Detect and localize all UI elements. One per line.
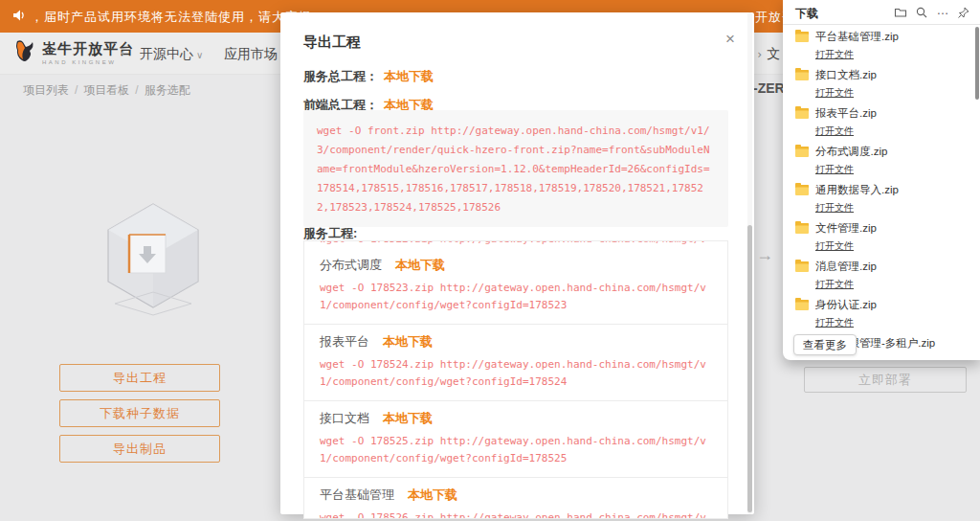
download-item: 消息管理.zip打开文件 xyxy=(783,256,980,294)
chevron-right-icon: › xyxy=(756,48,763,61)
search-icon[interactable] xyxy=(915,6,928,19)
breadcrumb-projects[interactable]: 项目列表 xyxy=(23,83,69,97)
zip-folder-icon xyxy=(795,300,809,310)
downloads-list: 平台基础管理.zip打开文件 接口文档.zip打开文件 报表平台.zip打开文件… xyxy=(783,26,980,356)
service-wget-code: wget -O 178526.zip http://gateway.open.h… xyxy=(320,510,712,519)
clipped-code-line: wget -O 178522.zip http://gateway.open.h… xyxy=(304,241,727,248)
download-item: 通用数据导入.zip打开文件 xyxy=(783,179,980,217)
download-filename[interactable]: 通用数据导入.zip xyxy=(815,183,969,197)
see-more-button[interactable]: 查看更多 xyxy=(793,334,857,355)
chevron-down-icon: ∨ xyxy=(196,50,203,60)
zip-folder-icon xyxy=(795,32,809,42)
nav-item-opensource[interactable]: 开源中心∨ xyxy=(140,46,203,63)
export-project-button[interactable]: 导出工程 xyxy=(59,364,220,392)
download-item: 身份认证.zip打开文件 xyxy=(783,294,980,332)
breadcrumb-service-select: 服务选配 xyxy=(145,83,190,97)
service-section-api-doc: 接口文档本地下载 wget -O 178525.zip http://gatew… xyxy=(304,401,727,478)
modal-scrollbar-thumb[interactable] xyxy=(747,225,752,512)
export-project-modal: 导出工程 × 服务总工程：本地下载 前端总工程：本地下载 wget -O fro… xyxy=(280,12,754,514)
download-item: 平台基础管理.zip打开文件 xyxy=(783,26,980,64)
download-item: 文件管理.zip打开文件 xyxy=(783,217,980,256)
zip-folder-icon xyxy=(795,185,809,195)
service-wget-code: wget -O 178524.zip http://gateway.open.h… xyxy=(320,356,712,391)
download-filename[interactable]: 接口文档.zip xyxy=(815,68,969,82)
downloads-title: 下载 xyxy=(795,6,818,22)
server-project-row: 服务总工程：本地下载 xyxy=(303,68,434,85)
open-file-link[interactable]: 打开文件 xyxy=(815,201,854,215)
service-name: 平台基础管理 xyxy=(320,487,394,502)
download-item: 分布式调度.zip打开文件 xyxy=(783,141,980,179)
local-download-link[interactable]: 本地下载 xyxy=(383,411,433,425)
modal-title: 导出工程 xyxy=(303,34,361,52)
service-section-scheduler: 分布式调度本地下载 wget -O 178523.zip http://gate… xyxy=(304,248,727,325)
folder-icon[interactable] xyxy=(894,6,907,19)
bull-logo-icon xyxy=(13,38,36,67)
nav-item-docs-fragment[interactable]: › 文 xyxy=(756,46,780,63)
service-wget-code: wget -O 178523.zip http://gateway.open.h… xyxy=(320,280,712,314)
close-icon[interactable]: × xyxy=(725,30,735,49)
export-illustration xyxy=(91,196,215,325)
brand-subtitle: HAND KINGNEW xyxy=(42,59,134,65)
service-name: 报表平台 xyxy=(320,334,369,349)
announcement-text: ，届时产品试用环境将无法登陆使用，请大家提 xyxy=(31,9,312,26)
service-wget-code: wget -O 178525.zip http://gateway.open.h… xyxy=(320,433,712,467)
download-filename[interactable]: 消息管理.zip xyxy=(815,260,969,274)
open-file-link[interactable]: 打开文件 xyxy=(815,316,854,329)
download-item: 接口文档.zip打开文件 xyxy=(783,64,980,102)
breadcrumb-board[interactable]: 项目看板 xyxy=(83,83,129,97)
open-file-link[interactable]: 打开文件 xyxy=(815,278,854,291)
service-section-report: 报表平台本地下载 wget -O 178524.zip http://gatew… xyxy=(304,325,727,401)
download-seed-data-button[interactable]: 下载种子数据 xyxy=(59,399,220,427)
download-item: 报表平台.zip打开文件 xyxy=(783,102,980,141)
download-filename[interactable]: 平台基础管理.zip xyxy=(815,30,969,44)
downloads-scrollbar-thumb[interactable] xyxy=(975,27,979,100)
brand-logo[interactable]: 崟牛开放平台 HAND KINGNEW xyxy=(13,38,134,67)
download-filename[interactable]: 分布式调度.zip xyxy=(815,145,969,159)
front-wget-code-block: wget -O front.zip http://gateway.open.ha… xyxy=(303,110,728,227)
open-file-link[interactable]: 打开文件 xyxy=(815,163,854,176)
open-file-link[interactable]: 打开文件 xyxy=(815,48,854,61)
collapse-chevron-icon[interactable]: ‹ xyxy=(121,45,124,59)
download-filename[interactable]: 身份认证.zip xyxy=(815,298,969,312)
modal-scrollbar[interactable] xyxy=(747,12,752,514)
browser-downloads-flyout: 下载 … 平台基础管理.zip打开文件 接口文档.zip打开文件 报表平台.zi… xyxy=(783,0,980,360)
export-artifact-button[interactable]: 导出制品 xyxy=(59,435,220,463)
open-file-link[interactable]: 打开文件 xyxy=(815,125,854,138)
local-download-link[interactable]: 本地下载 xyxy=(408,487,457,502)
download-filename[interactable]: 文件管理.zip xyxy=(815,221,969,236)
zip-folder-icon xyxy=(795,147,809,157)
service-name: 接口文档 xyxy=(320,411,369,425)
zip-folder-icon xyxy=(795,108,809,119)
server-local-download-link[interactable]: 本地下载 xyxy=(384,69,434,83)
deploy-now-button-disabled: 立即部署 xyxy=(804,367,967,393)
local-download-link[interactable]: 本地下载 xyxy=(383,334,433,349)
open-file-link[interactable]: 打开文件 xyxy=(815,86,854,100)
download-filename[interactable]: 报表平台.zip xyxy=(815,106,969,121)
open-file-link[interactable]: 打开文件 xyxy=(815,239,854,253)
downloads-header: 下载 … xyxy=(783,0,980,25)
local-download-link[interactable]: 本地下载 xyxy=(395,258,445,272)
zip-folder-icon xyxy=(795,70,809,80)
more-options-icon[interactable]: … xyxy=(936,6,949,19)
nav-item-market[interactable]: 应用市场∨ xyxy=(224,46,287,63)
carousel-next-arrow-icon[interactable]: → xyxy=(756,245,773,265)
breadcrumb: 项目列表/项目看板/服务选配 xyxy=(23,82,190,99)
service-projects-list[interactable]: wget -O 178522.zip http://gateway.open.h… xyxy=(303,240,728,519)
service-section-platform: 平台基础管理本地下载 wget -O 178526.zip http://gat… xyxy=(304,478,727,519)
speaker-icon xyxy=(11,8,27,27)
zip-folder-icon xyxy=(795,261,809,272)
zip-folder-icon xyxy=(795,223,809,234)
pin-icon[interactable] xyxy=(957,6,970,19)
service-name: 分布式调度 xyxy=(320,258,382,272)
